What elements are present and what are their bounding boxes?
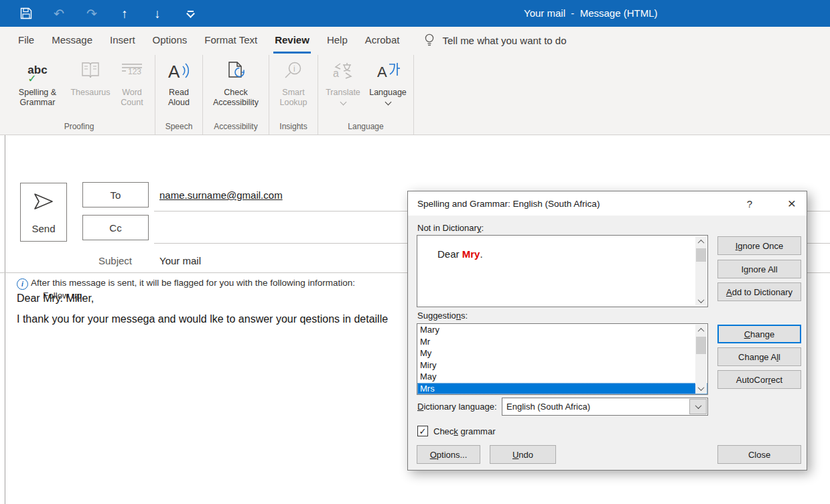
undo-button[interactable]: ↶ (52, 6, 66, 21)
button-label: Check (224, 88, 247, 98)
smart-lookup-button[interactable]: i Smart Lookup (272, 55, 315, 122)
chevron-up-icon (698, 327, 705, 334)
check-grammar-checkbox[interactable]: ✓ (417, 426, 428, 436)
move-up-button[interactable]: ↑ (117, 6, 132, 21)
tab-file[interactable]: File (9, 27, 43, 54)
tab-options[interactable]: Options (144, 27, 196, 54)
send-label: Send (31, 223, 55, 234)
suggestion-item[interactable]: Mr (417, 336, 707, 348)
save-button[interactable] (19, 6, 33, 21)
tab-format-text[interactable]: Format Text (196, 27, 266, 54)
tab-help[interactable]: Help (318, 27, 356, 54)
button-label: Grammar (20, 98, 56, 108)
subject-value[interactable]: Your mail (159, 255, 201, 266)
suggestion-item[interactable]: Mary (417, 324, 707, 336)
dictionary-language-dropdown[interactable]: English (South Africa) (502, 398, 708, 416)
redo-icon: ↷ (86, 7, 97, 20)
dropdown-button[interactable] (689, 399, 707, 414)
button-text: ndo (518, 450, 533, 460)
spelling-grammar-button[interactable]: abc ✓ Spelling & Grammar (6, 55, 69, 122)
button-label: Aloud (168, 98, 190, 108)
word-count-icon: 123 (121, 60, 143, 88)
add-to-dictionary-button[interactable]: Add to Dictionary (717, 282, 801, 301)
button-text: dd to Dictionary (732, 287, 792, 297)
title-bar: ↶ ↷ ↑ ↓ Your mail - Message (HTML) (0, 0, 830, 27)
scroll-down-button[interactable] (695, 383, 707, 394)
tell-me-box[interactable]: Tell me what you want to do (424, 33, 566, 48)
change-button[interactable]: Change (717, 325, 801, 343)
tab-acrobat[interactable]: Acrobat (356, 27, 409, 54)
scrollbar-thumb[interactable] (696, 337, 706, 354)
not-in-dictionary-label: Not in Dictionary: (417, 223, 484, 233)
undo-button-dialog[interactable]: Undo (490, 445, 556, 464)
not-in-dictionary-textbox[interactable]: Dear Mry. (417, 235, 708, 307)
chevron-down-icon (698, 384, 705, 391)
ignore-once-button[interactable]: Ignore Once (717, 236, 801, 255)
lightbulb-icon (424, 33, 435, 48)
recipient-address[interactable]: name.surname@gmail.com (159, 189, 283, 201)
scrollbar-thumb[interactable] (696, 248, 706, 262)
suggestion-item-selected[interactable]: Mrs (417, 383, 707, 395)
ribbon-group-accessibility: Check Accessibility Accessibility (203, 55, 269, 135)
translate-button[interactable]: a Translate (321, 55, 365, 122)
textbox-scrollbar[interactable] (695, 236, 707, 306)
word-count-button[interactable]: 123 Word Count (112, 55, 152, 122)
thesaurus-button[interactable]: Thesaurus (69, 55, 112, 122)
tab-message[interactable]: Message (43, 27, 101, 54)
redo-button[interactable]: ↷ (84, 6, 99, 21)
change-all-button[interactable]: Change All (717, 347, 801, 366)
infobar-text: After this message is sent, it will be f… (31, 278, 355, 288)
dialog-title: Spelling and Grammar: English (South Afr… (417, 199, 600, 209)
tab-review[interactable]: Review (266, 27, 318, 54)
label-text: s: (461, 311, 468, 321)
language-button[interactable]: A Language (365, 55, 411, 122)
customize-qat-button[interactable] (183, 6, 198, 21)
suggestions-scrollbar[interactable] (695, 325, 707, 394)
tab-insert[interactable]: Insert (101, 27, 144, 54)
check-accessibility-button[interactable]: Check Accessibility (206, 55, 266, 122)
ribbon: abc ✓ Spelling & Grammar Thesaurus 123 (0, 54, 830, 135)
translate-icon: a (332, 60, 354, 88)
button-mnemonic: C (744, 329, 750, 339)
send-button[interactable]: Send (20, 183, 67, 242)
dialog-help-button[interactable]: ? (740, 191, 760, 216)
move-down-button[interactable]: ↓ (150, 6, 165, 21)
button-text: hange (750, 329, 774, 339)
label-text: : (481, 223, 484, 233)
scroll-up-button[interactable] (695, 236, 707, 247)
ignore-all-button[interactable]: Ignore All (717, 260, 801, 278)
ribbon-tab-bar: File Message Insert Options Format Text … (0, 27, 830, 54)
to-button[interactable]: To (82, 182, 149, 207)
button-mnemonic: A (726, 287, 732, 297)
smart-lookup-icon: i (283, 60, 303, 88)
scroll-down-button[interactable] (695, 295, 707, 306)
label-text: Suggestio (417, 311, 456, 321)
options-button[interactable]: Options... (417, 445, 480, 464)
svg-text:A: A (168, 62, 180, 81)
close-button[interactable]: Close (717, 445, 801, 464)
subject-label: Subject (98, 255, 132, 266)
down-arrow-icon: ↓ (154, 7, 161, 20)
dialog-close-button[interactable]: × (777, 191, 807, 216)
chevron-up-icon (698, 239, 705, 246)
svg-text:a: a (333, 68, 339, 79)
read-aloud-button[interactable]: A Read Aloud (158, 55, 200, 122)
cc-button[interactable]: Cc (82, 215, 149, 240)
chevron-down-icon (698, 297, 705, 303)
autocorrect-button[interactable]: AutoCorrect (717, 370, 801, 389)
green-check-icon: ✓ (27, 75, 36, 83)
button-label: Word (122, 88, 142, 98)
group-label-proofing: Proofing (6, 122, 152, 135)
suggestion-item[interactable]: Miry (417, 359, 707, 371)
button-text: ptions... (437, 450, 468, 460)
info-glyph: i (21, 280, 23, 288)
suggestion-item[interactable]: My (417, 347, 707, 359)
scroll-up-button[interactable] (695, 325, 707, 335)
suggestions-listbox[interactable]: Mary Mr My Miry May Mrs (417, 323, 708, 395)
outlook-message-window: ↶ ↷ ↑ ↓ Your mail - Message (HTML) File … (0, 0, 830, 504)
button-text: nore All (748, 264, 777, 274)
sentence-text: Dear (437, 248, 462, 260)
button-label: Accessibility (213, 98, 259, 108)
chevron-down-icon (340, 99, 346, 106)
suggestion-item[interactable]: May (417, 371, 707, 383)
